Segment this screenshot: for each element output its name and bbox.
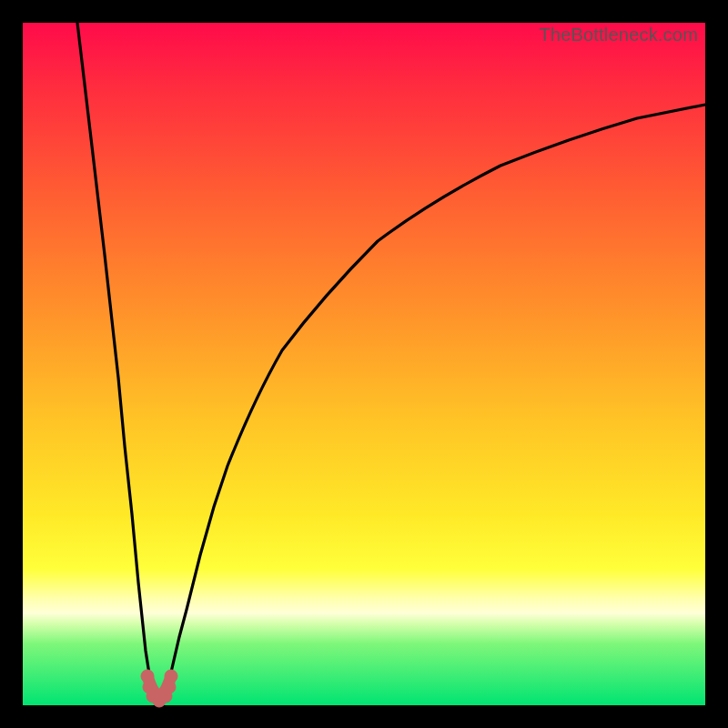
outer-frame: TheBottleneck.com [0, 0, 728, 728]
minimum-marker [141, 670, 177, 707]
bottleneck-chart: TheBottleneck.com [23, 23, 705, 705]
bottleneck-curve [77, 23, 705, 699]
curve-layer [23, 23, 705, 705]
